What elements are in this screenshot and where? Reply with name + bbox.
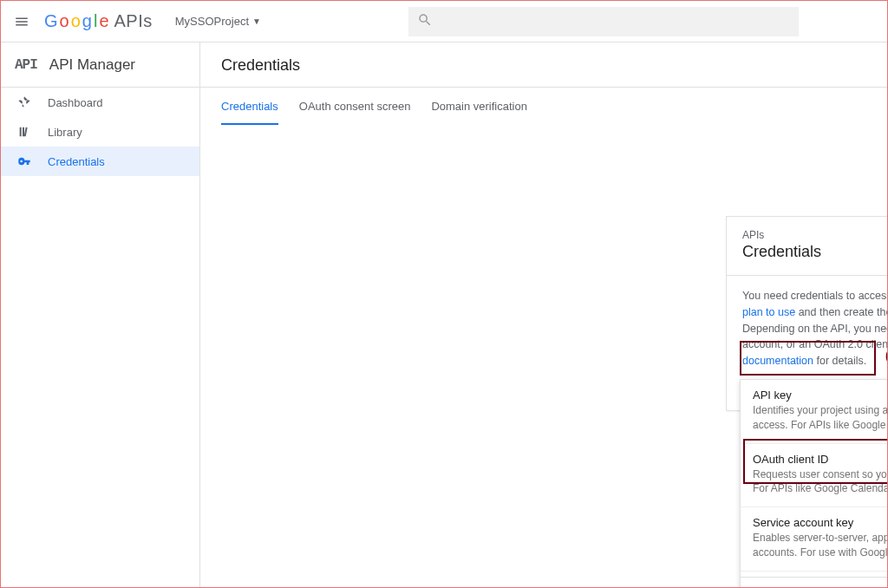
menu-item-desc: Requests user consent so your app can ac… bbox=[753, 467, 888, 497]
project-picker[interactable]: MySSOProject ▼ bbox=[170, 11, 266, 31]
caret-down-icon: ▼ bbox=[252, 16, 261, 26]
create-credentials-menu: API key Identifies your project using a … bbox=[740, 379, 888, 588]
sidebar-item-label: Credentials bbox=[48, 155, 105, 168]
card-kicker: APIs bbox=[742, 229, 888, 241]
menu-item-help-me-choose[interactable]: Help me choose Asks a few questions to h… bbox=[741, 577, 888, 588]
menu-item-service-account-key[interactable]: Service account key Enables server-to-se… bbox=[741, 507, 888, 572]
card-title: Credentials bbox=[742, 243, 888, 261]
search-box[interactable] bbox=[408, 7, 799, 36]
sidebar-item-library[interactable]: Library bbox=[1, 117, 199, 147]
api-icon: API bbox=[15, 57, 37, 73]
tab-oauth-consent[interactable]: OAuth consent screen bbox=[299, 88, 411, 125]
menu-item-title: Service account key bbox=[753, 516, 888, 529]
sidebar-item-credentials[interactable]: Credentials bbox=[1, 147, 199, 176]
sidebar: API API Manager Dashboard Library Creden… bbox=[1, 42, 200, 587]
tab-credentials[interactable]: Credentials bbox=[221, 88, 278, 125]
search-icon bbox=[417, 12, 433, 30]
logo-apis-text: APIs bbox=[114, 11, 153, 31]
menu-item-title: OAuth client ID bbox=[753, 453, 888, 466]
menu-item-desc: Enables server-to-server, app-level auth… bbox=[753, 531, 888, 560]
card-body-text: You need credentials to access APIs. Ena… bbox=[742, 288, 888, 369]
sidebar-item-label: Dashboard bbox=[48, 96, 103, 109]
menu-icon[interactable] bbox=[11, 11, 32, 32]
tab-domain-verification[interactable]: Domain verification bbox=[431, 88, 527, 125]
sidebar-title: API Manager bbox=[49, 56, 135, 74]
page-title: Credentials bbox=[200, 42, 887, 88]
search-input[interactable] bbox=[440, 15, 790, 29]
dashboard-icon bbox=[16, 95, 32, 109]
sidebar-header: API API Manager bbox=[1, 42, 199, 88]
menu-item-desc: Identifies your project using a simple A… bbox=[753, 403, 888, 433]
sidebar-item-label: Library bbox=[48, 126, 82, 139]
google-apis-logo[interactable]: Google APIs bbox=[44, 11, 153, 31]
sidebar-item-dashboard[interactable]: Dashboard bbox=[1, 88, 199, 117]
menu-item-oauth-client-id[interactable]: OAuth client ID Requests user consent so… bbox=[741, 444, 888, 508]
project-name: MySSOProject bbox=[175, 15, 249, 28]
library-icon bbox=[16, 125, 32, 139]
menu-item-api-key[interactable]: API key Identifies your project using a … bbox=[741, 380, 888, 444]
key-icon bbox=[16, 154, 32, 168]
menu-item-title: API key bbox=[753, 389, 888, 402]
tab-bar: Credentials OAuth consent screen Domain … bbox=[200, 88, 887, 125]
